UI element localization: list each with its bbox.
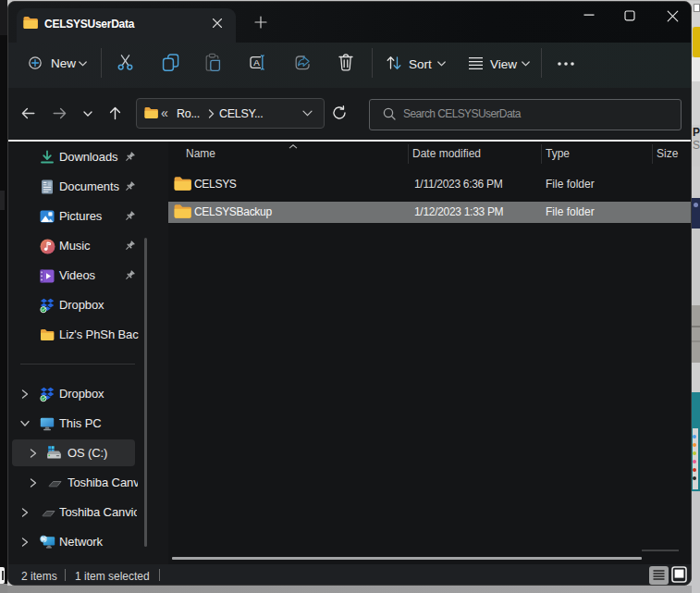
svg-text:A: A (253, 57, 260, 68)
